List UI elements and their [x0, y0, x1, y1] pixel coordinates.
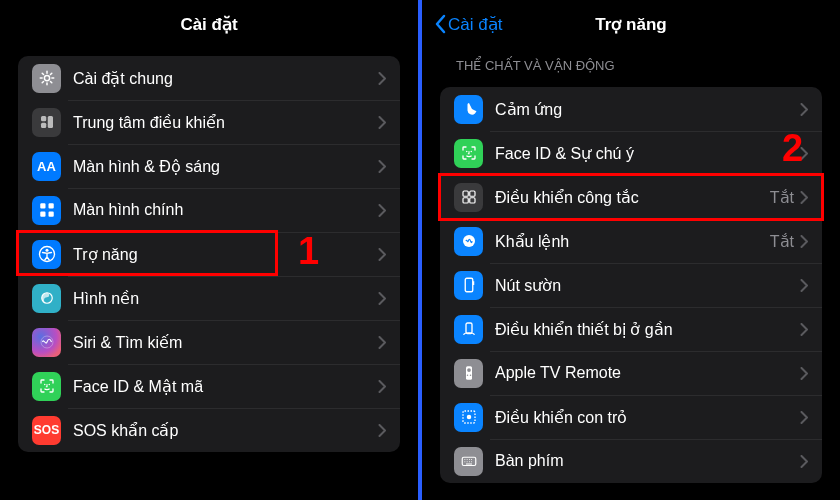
- settings-screen: Cài đặt Cài đặt chungTrung tâm điều khiể…: [0, 0, 418, 500]
- row-aa[interactable]: AAMàn hình & Độ sáng: [18, 144, 400, 188]
- row-label: Điều khiển công tắc: [495, 188, 770, 207]
- back-label: Cài đặt: [448, 14, 502, 35]
- svg-point-14: [466, 151, 468, 153]
- chevron-right-icon: [378, 248, 386, 261]
- page-title: Cài đặt: [180, 14, 237, 35]
- pointer-icon: [454, 403, 483, 432]
- chevron-right-icon: [378, 160, 386, 173]
- row-pointer[interactable]: Điều khiển con trỏ: [440, 395, 822, 439]
- row-label: Cài đặt chung: [73, 69, 378, 88]
- row-label: Nút sườn: [495, 276, 800, 295]
- row-label: Hình nền: [73, 289, 378, 308]
- chevron-right-icon: [800, 147, 808, 160]
- svg-rect-17: [469, 191, 474, 196]
- row-accessibility[interactable]: Trợ năng: [18, 232, 400, 276]
- svg-point-25: [467, 368, 471, 372]
- row-controlcenter[interactable]: Trung tâm điều khiển: [18, 100, 400, 144]
- svg-point-9: [45, 249, 48, 252]
- row-gear[interactable]: Cài đặt chung: [18, 56, 400, 100]
- faceid-icon: [454, 139, 483, 168]
- row-status: Tắt: [770, 188, 794, 207]
- row-label: Trợ năng: [73, 245, 378, 264]
- row-label: Siri & Tìm kiếm: [73, 333, 378, 352]
- chevron-right-icon: [378, 336, 386, 349]
- chevron-right-icon: [378, 116, 386, 129]
- row-label: Điều khiển con trỏ: [495, 408, 800, 427]
- row-label: Màn hình & Độ sáng: [73, 157, 378, 176]
- wallpaper-icon: [32, 284, 61, 313]
- row-sos[interactable]: SOSSOS khẩn cấp: [18, 408, 400, 452]
- svg-rect-16: [463, 191, 468, 196]
- page-title: Trợ năng: [595, 14, 666, 35]
- svg-rect-7: [48, 212, 53, 217]
- row-label: Face ID & Mật mã: [73, 377, 378, 396]
- row-touch[interactable]: Cảm ứng: [440, 87, 822, 131]
- svg-point-20: [463, 235, 475, 247]
- accessibility-icon: [32, 240, 61, 269]
- row-wallpaper[interactable]: Hình nền: [18, 276, 400, 320]
- row-faceid[interactable]: Face ID & Sự chú ý: [440, 131, 822, 175]
- row-voice[interactable]: Khẩu lệnhTắt: [440, 219, 822, 263]
- row-keyboard[interactable]: Bàn phím: [440, 439, 822, 483]
- row-label: Khẩu lệnh: [495, 232, 770, 251]
- accessibility-screen: Cài đặt Trợ năng THỂ CHẤT VÀ VẬN ĐỘNG Cả…: [422, 0, 840, 500]
- row-label: Màn hình chính: [73, 201, 378, 219]
- row-label: SOS khẩn cấp: [73, 421, 378, 440]
- chevron-right-icon: [378, 72, 386, 85]
- switchctl-icon: [454, 183, 483, 212]
- row-label: Cảm ứng: [495, 100, 800, 119]
- row-remote[interactable]: Apple TV Remote: [440, 351, 822, 395]
- svg-rect-2: [47, 116, 52, 128]
- chevron-right-icon: [800, 367, 808, 380]
- svg-rect-18: [463, 198, 468, 203]
- keyboard-icon: [454, 447, 483, 476]
- svg-point-0: [44, 75, 49, 80]
- row-switchctl[interactable]: Điều khiển công tắcTắt: [440, 175, 822, 219]
- header-left: Cài đặt: [0, 0, 418, 48]
- gear-icon: [32, 64, 61, 93]
- row-label: Điều khiển thiết bị ở gần: [495, 320, 800, 339]
- row-faceid[interactable]: Face ID & Mật mã: [18, 364, 400, 408]
- faceid-icon: [32, 372, 61, 401]
- svg-point-12: [44, 384, 46, 386]
- sos-icon: SOS: [32, 416, 61, 445]
- svg-rect-23: [466, 323, 472, 334]
- chevron-right-icon: [800, 455, 808, 468]
- header-right: Cài đặt Trợ năng: [422, 0, 840, 48]
- svg-rect-4: [40, 203, 45, 208]
- siri-icon: [32, 328, 61, 357]
- back-button[interactable]: Cài đặt: [434, 14, 502, 35]
- chevron-right-icon: [378, 292, 386, 305]
- voice-icon: [454, 227, 483, 256]
- aa-icon: AA: [32, 152, 61, 181]
- svg-point-26: [466, 375, 468, 377]
- row-nearby[interactable]: Điều khiển thiết bị ở gần: [440, 307, 822, 351]
- row-label: Bàn phím: [495, 452, 800, 470]
- svg-point-29: [466, 415, 471, 420]
- svg-rect-1: [41, 116, 46, 121]
- remote-icon: [454, 359, 483, 388]
- row-siri[interactable]: Siri & Tìm kiếm: [18, 320, 400, 364]
- svg-point-13: [48, 384, 50, 386]
- row-apps[interactable]: Màn hình chính: [18, 188, 400, 232]
- sidebtn-icon: [454, 271, 483, 300]
- chevron-right-icon: [800, 191, 808, 204]
- chevron-right-icon: [800, 323, 808, 336]
- svg-point-15: [470, 151, 472, 153]
- chevron-right-icon: [378, 424, 386, 437]
- row-label: Trung tâm điều khiển: [73, 113, 378, 132]
- row-sidebtn[interactable]: Nút sườn: [440, 263, 822, 307]
- svg-rect-6: [40, 212, 45, 217]
- nearby-icon: [454, 315, 483, 344]
- apps-icon: [32, 196, 61, 225]
- chevron-right-icon: [800, 279, 808, 292]
- settings-list: Cài đặt chungTrung tâm điều khiểnAAMàn h…: [18, 56, 400, 452]
- chevron-right-icon: [378, 380, 386, 393]
- touch-icon: [454, 95, 483, 124]
- controlcenter-icon: [32, 108, 61, 137]
- svg-rect-21: [465, 278, 473, 292]
- row-label: Face ID & Sự chú ý: [495, 144, 800, 163]
- row-status: Tắt: [770, 232, 794, 251]
- chevron-left-icon: [434, 14, 446, 34]
- chevron-right-icon: [800, 235, 808, 248]
